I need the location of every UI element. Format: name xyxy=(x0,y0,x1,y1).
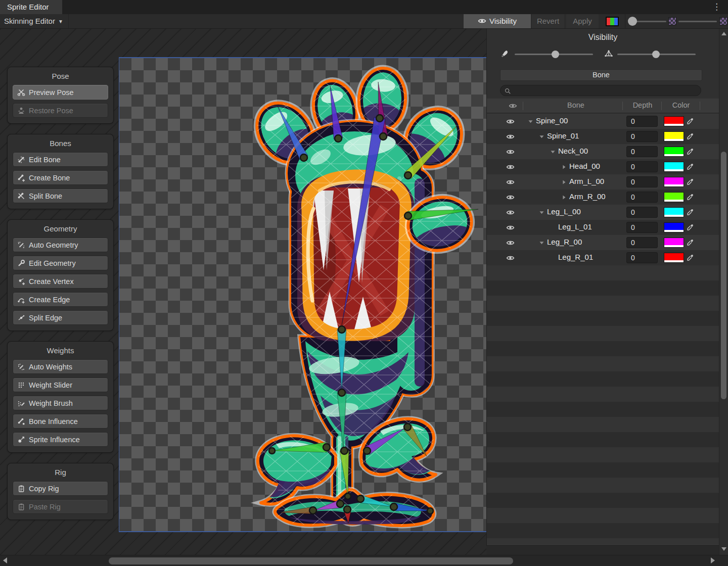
bone-name[interactable]: Spine_00 xyxy=(536,116,568,125)
weight-slider-button[interactable]: Weight Slider xyxy=(13,378,108,392)
bone-color-swatch[interactable] xyxy=(664,253,684,263)
eye-icon[interactable] xyxy=(506,254,515,262)
bone-color-swatch[interactable] xyxy=(664,192,684,202)
chevron-down-icon[interactable] xyxy=(550,149,556,155)
bone-row-Leg_R_00[interactable]: Leg_R_000 xyxy=(487,235,719,250)
eyedropper-icon[interactable] xyxy=(686,148,694,156)
bone-row-Head_00[interactable]: Head_000 xyxy=(487,159,719,174)
sprite-color-channels-button[interactable] xyxy=(606,17,619,26)
bone-name[interactable]: Leg_R_01 xyxy=(558,253,593,261)
bone-color-swatch[interactable] xyxy=(664,177,684,187)
bone-row-Arm_R_00[interactable]: Arm_R_000 xyxy=(487,190,719,205)
bone-row-Spine_01[interactable]: Spine_010 xyxy=(487,129,719,144)
depth-field[interactable]: 0 xyxy=(626,146,658,157)
mesh-opacity-knob[interactable] xyxy=(652,51,660,58)
bone-row-Arm_L_00[interactable]: Arm_L_000 xyxy=(487,174,719,190)
revert-button[interactable]: Revert xyxy=(532,14,564,28)
auto-weights-button[interactable]: Auto Weights xyxy=(13,359,108,374)
bone-row-Neck_00[interactable]: Neck_000 xyxy=(487,144,719,159)
bone-name[interactable]: Neck_00 xyxy=(558,147,588,155)
eye-icon[interactable] xyxy=(506,223,515,232)
edit-bone-button[interactable]: Edit Bone xyxy=(13,152,108,167)
bone-color-swatch[interactable] xyxy=(664,238,684,248)
apply-button[interactable]: Apply xyxy=(566,14,599,28)
eye-icon[interactable] xyxy=(506,239,515,247)
eyedropper-icon[interactable] xyxy=(686,193,694,201)
eye-icon[interactable] xyxy=(506,163,515,171)
eyedropper-icon[interactable] xyxy=(686,132,694,140)
auto-geometry-button[interactable]: Auto Geometry xyxy=(13,238,108,252)
vertical-scrollbar[interactable] xyxy=(719,29,728,555)
bone-influence-button[interactable]: Bone Influence xyxy=(13,414,108,429)
create-vertex-button[interactable]: Create Vertex xyxy=(13,274,108,289)
scroll-up-arrow[interactable] xyxy=(721,32,726,35)
eyedropper-icon[interactable] xyxy=(686,254,694,262)
visibility-toggle-button[interactable]: Visibility xyxy=(464,14,531,28)
bone-opacity-knob[interactable] xyxy=(552,51,559,58)
bone-name[interactable]: Leg_L_01 xyxy=(558,222,592,231)
bone-row-Leg_L_00[interactable]: Leg_L_000 xyxy=(487,205,719,220)
bone-color-swatch[interactable] xyxy=(664,116,684,126)
paste-rig-button[interactable]: Paste Rig xyxy=(13,499,108,514)
bone-color-swatch[interactable] xyxy=(664,147,684,157)
kebab-menu-icon[interactable]: ⋮ xyxy=(712,1,721,14)
edit-geometry-button[interactable]: Edit Geometry xyxy=(13,256,108,270)
bone-name[interactable]: Head_00 xyxy=(569,162,600,170)
search-input[interactable] xyxy=(513,86,695,95)
depth-field[interactable]: 0 xyxy=(626,222,658,233)
chevron-right-icon[interactable] xyxy=(561,179,567,185)
edit-canvas[interactable]: PosePreview PoseRestore PoseBonesEdit Bo… xyxy=(0,29,486,555)
weight-brush-button[interactable]: Weight Brush xyxy=(13,396,108,410)
depth-field[interactable]: 0 xyxy=(626,192,658,203)
bone-name[interactable]: Arm_R_00 xyxy=(569,192,606,201)
chevron-right-icon[interactable] xyxy=(561,194,567,201)
tab-sprite-editor[interactable]: Sprite Editor xyxy=(0,0,62,14)
eyedropper-icon[interactable] xyxy=(686,117,694,125)
column-color[interactable]: Color xyxy=(665,101,697,109)
horizontal-scrollbar[interactable] xyxy=(0,555,728,566)
skinning-editor-dropdown[interactable]: Skinning Editor▼ xyxy=(0,14,69,28)
chevron-down-icon[interactable] xyxy=(538,133,545,140)
eyedropper-icon[interactable] xyxy=(686,239,694,247)
bone-name[interactable]: Leg_L_00 xyxy=(547,207,581,216)
bone-name[interactable]: Spine_01 xyxy=(547,131,579,140)
preview-pose-button[interactable]: Preview Pose xyxy=(13,85,108,100)
create-edge-button[interactable]: Create Edge xyxy=(13,292,108,307)
column-bone[interactable]: Bone xyxy=(535,101,616,109)
bone-name[interactable]: Arm_L_00 xyxy=(569,177,604,185)
eyedropper-icon[interactable] xyxy=(686,223,694,231)
create-bone-button[interactable]: Create Bone xyxy=(13,170,108,185)
split-bone-button[interactable]: Split Bone xyxy=(13,188,108,203)
depth-field[interactable]: 0 xyxy=(626,161,658,172)
bone-row-Spine_00[interactable]: Spine_000 xyxy=(487,114,719,129)
scroll-right-arrow[interactable] xyxy=(711,557,715,563)
chevron-right-icon[interactable] xyxy=(561,164,567,170)
chevron-down-icon[interactable] xyxy=(538,209,545,216)
bone-color-swatch[interactable] xyxy=(664,131,684,142)
bone-color-swatch[interactable] xyxy=(664,207,684,217)
scroll-down-arrow[interactable] xyxy=(721,547,726,551)
depth-field[interactable]: 0 xyxy=(626,131,658,142)
eye-icon[interactable] xyxy=(506,193,515,202)
vertical-scroll-thumb[interactable] xyxy=(721,152,726,399)
bone-color-swatch[interactable] xyxy=(664,222,684,232)
tab-bone[interactable]: Bone xyxy=(500,69,702,81)
scroll-left-arrow[interactable] xyxy=(3,557,7,563)
search-field[interactable] xyxy=(500,85,701,96)
split-edge-button[interactable]: Split Edge xyxy=(13,310,108,325)
eye-icon[interactable] xyxy=(506,132,515,141)
chevron-down-icon[interactable] xyxy=(527,118,534,125)
eyedropper-icon[interactable] xyxy=(686,208,694,216)
eye-icon[interactable] xyxy=(506,148,515,156)
column-depth[interactable]: Depth xyxy=(626,101,659,109)
eyedropper-icon[interactable] xyxy=(686,178,694,186)
mesh-opacity-slider[interactable] xyxy=(678,21,717,22)
eye-icon[interactable] xyxy=(506,208,515,217)
copy-rig-button[interactable]: Copy Rig xyxy=(13,481,108,496)
sprite-influence-button[interactable]: Sprite Influence xyxy=(13,432,108,447)
sprite-opacity-slider[interactable] xyxy=(632,21,666,22)
restore-pose-button[interactable]: Restore Pose xyxy=(13,103,108,118)
depth-field[interactable]: 0 xyxy=(626,207,658,218)
bone-name[interactable]: Leg_R_00 xyxy=(547,238,582,246)
depth-field[interactable]: 0 xyxy=(626,252,658,263)
